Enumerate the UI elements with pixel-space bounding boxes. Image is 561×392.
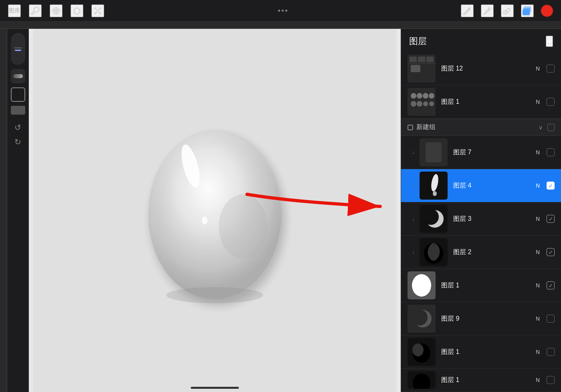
layer-row-layer4[interactable]: ♩ 图层 4 N — [401, 169, 561, 202]
layer4-thumb-img — [420, 172, 448, 200]
brush-button[interactable] — [461, 4, 474, 17]
layer-row-layer9[interactable]: 图层 9 N — [401, 302, 561, 335]
layer1b-name: 图层 1 — [441, 281, 535, 290]
layers-header: 图层 + — [401, 29, 561, 52]
layer1c-check[interactable] — [547, 348, 555, 356]
layer-row-layer1c[interactable]: 图层 1 N — [401, 335, 561, 369]
add-layer-button[interactable]: + — [546, 36, 553, 47]
wrench-button[interactable] — [29, 4, 42, 17]
layer-group-header[interactable]: 新建组 ∨ — [401, 119, 561, 136]
undo-button[interactable]: ↺ — [14, 123, 21, 132]
layer9-blend: N — [535, 315, 541, 322]
layer9-check[interactable] — [547, 315, 555, 323]
layer-row-layer1b[interactable]: 图层 1 N — [401, 269, 561, 302]
brush-size-slider[interactable] — [11, 33, 25, 65]
layer1b-thumb — [408, 271, 436, 299]
layer7-name: 图层 7 — [453, 148, 535, 157]
layers-button[interactable] — [521, 4, 534, 17]
adjust-button[interactable] — [50, 4, 63, 17]
layer1d-thumb — [408, 371, 436, 389]
layer-row-layer7[interactable]: ♩ 图层 7 N — [401, 136, 561, 169]
layer3-blend: N — [535, 216, 541, 222]
layer1a-blend: N — [535, 99, 541, 105]
layer1b-blend: N — [535, 282, 541, 289]
canvas-area[interactable] — [29, 29, 401, 392]
selection-shape[interactable] — [11, 87, 25, 102]
dot3 — [285, 10, 287, 12]
opacity-slider[interactable] — [11, 69, 25, 83]
layer-row-layer3[interactable]: ♩ 图层 3 N — [401, 202, 561, 236]
wide-rect-control[interactable] — [11, 106, 25, 115]
wrench-icon — [31, 6, 40, 15]
layer7-check[interactable] — [547, 148, 555, 156]
layers-icon — [523, 6, 532, 15]
layer4-lock-icon: ♩ — [412, 183, 417, 188]
layer4-blend: N — [535, 182, 541, 189]
layer2-name: 图层 2 — [453, 248, 535, 257]
group-name: 新建组 — [416, 123, 539, 131]
toolbar-center — [278, 10, 287, 12]
layer-row-layer1d[interactable]: 图层 1 N — [401, 369, 561, 392]
layer2-check[interactable] — [547, 248, 555, 256]
layer12-thumb-img — [408, 55, 436, 83]
selection-button[interactable] — [71, 4, 83, 17]
svg-point-9 — [219, 194, 267, 259]
svg-rect-4 — [0, 22, 561, 29]
svg-rect-28 — [426, 142, 442, 162]
layer1d-name: 图层 1 — [441, 376, 535, 384]
layer9-thumb — [408, 305, 436, 333]
more-options[interactable] — [278, 10, 287, 12]
layer3-thumb-img — [420, 205, 448, 233]
layer1a-thumb-img — [408, 88, 436, 116]
group-chevron-icon[interactable]: ∨ — [539, 124, 543, 131]
main-content: ↺ ↻ — [0, 29, 561, 392]
layer4-check[interactable] — [547, 182, 555, 190]
svg-point-34 — [423, 209, 439, 225]
layer9-thumb-img — [408, 305, 436, 333]
svg-point-19 — [411, 93, 416, 99]
layer1d-check[interactable] — [547, 376, 555, 384]
brush-icon — [462, 6, 472, 16]
redo-button[interactable]: ↻ — [14, 137, 21, 147]
layer1b-check[interactable] — [547, 281, 555, 289]
layer7-lock-icon: ♩ — [412, 150, 417, 155]
svg-rect-17 — [411, 65, 420, 72]
layer12-thumb — [408, 55, 436, 83]
layer-row-layer1a[interactable]: 图层 1 N — [401, 85, 561, 119]
layer4-thumb — [420, 172, 448, 200]
layer-row-layer12[interactable]: 图层 12 N — [401, 52, 561, 85]
svg-rect-13 — [410, 57, 417, 62]
size-bar-2 — [15, 50, 21, 51]
layer1c-name: 图层 1 — [441, 348, 535, 356]
vertical-ruler — [0, 29, 7, 392]
gallery-button[interactable]: 图库 — [8, 4, 21, 17]
layer7-blend: N — [535, 149, 541, 156]
dot2 — [282, 10, 284, 12]
layer1a-thumb — [408, 88, 436, 116]
transform-button[interactable] — [91, 4, 104, 17]
layer4-name: 图层 4 — [453, 182, 535, 190]
layer3-name: 图层 3 — [453, 215, 535, 223]
color-picker[interactable] — [541, 5, 553, 17]
layer1a-check[interactable] — [547, 98, 555, 106]
svg-rect-3 — [504, 11, 507, 14]
smudge-icon — [482, 6, 492, 16]
svg-point-26 — [429, 101, 434, 106]
eraser-button[interactable] — [501, 4, 514, 17]
layer1d-thumb-img — [408, 371, 436, 389]
layer1b-thumb-img — [408, 271, 436, 299]
layer1c-blend: N — [535, 349, 541, 355]
svg-point-21 — [423, 93, 428, 99]
svg-rect-14 — [418, 57, 425, 62]
smudge-button[interactable] — [481, 4, 494, 17]
layer1c-thumb — [408, 338, 436, 366]
ruler-h-marks — [0, 22, 561, 29]
layer-row-layer2[interactable]: ♩ 图层 2 N — [401, 236, 561, 269]
layer12-check[interactable] — [547, 65, 555, 73]
layer3-thumb — [420, 205, 448, 233]
layer12-name: 图层 12 — [441, 65, 535, 73]
svg-point-22 — [429, 93, 434, 99]
group-check[interactable] — [547, 124, 555, 131]
layer3-lock-icon: ♩ — [412, 216, 417, 222]
layer3-check[interactable] — [547, 215, 555, 223]
